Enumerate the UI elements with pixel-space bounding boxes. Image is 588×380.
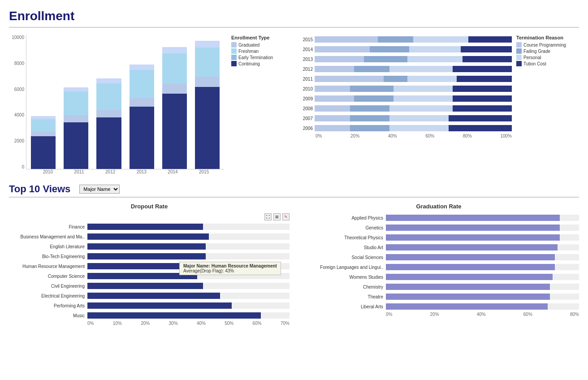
expand-btn[interactable]: ⛶ (264, 213, 272, 220)
freshman-legend-box (231, 48, 237, 54)
dropout-bar-row: Finance (9, 222, 290, 231)
termination-bar-row: 2006 (298, 124, 512, 133)
bar-2010 (31, 106, 56, 169)
graduation-bar-row: Foreign Languages and Lingui.. (298, 263, 579, 272)
bar-2011 (64, 84, 88, 169)
dropout-x-axis: 0% 10% 20% 30% 40% 50% 60% 70% (87, 321, 290, 326)
continuing-legend-box (231, 61, 237, 66)
termination-bar-row: 2014 (298, 45, 512, 54)
termination-bar-row: 2009 (298, 94, 512, 103)
termination-bar-row: 2011 (298, 74, 512, 83)
dropout-bar-row: Music (9, 311, 290, 320)
x-axis-enrollment: 2010 2011 2012 2013 2014 2015 (28, 169, 224, 174)
graduation-bar-row: Womens Studies (298, 272, 579, 281)
dropout-tooltip: Major Name: Human Resource ManagementAve… (179, 262, 281, 275)
dropout-bar-row: Human Resource ManagementMajor Name: Hum… (9, 262, 290, 271)
termination-bar-row: 2013 (298, 55, 512, 64)
course-prog-legend-box (516, 42, 522, 48)
dropout-bar-row: Electrical Engineering (9, 291, 290, 300)
enrollment-legend: Enrollment Type Graduated Freshman Early… (231, 35, 290, 174)
termination-bar-row: 2008 (298, 104, 512, 113)
graduation-bar-row: Liberal Arts (298, 302, 579, 311)
table-btn[interactable]: ⊠ (273, 213, 281, 220)
termination-x-axis: 0% 20% 40% 60% 80% 100% (316, 134, 512, 138)
termination-chart: 2015201420132012201120102009200820072006… (298, 35, 579, 174)
dropout-chart: Dropout Rate ⛶ ⊠ ✎ FinanceBusiness Manag… (9, 203, 290, 326)
top10-title: Top 10 Views (9, 183, 70, 195)
dropout-toolbar: ⛶ ⊠ ✎ (9, 213, 290, 220)
termination-legend: Termination Reason Course Programming Fa… (516, 35, 579, 138)
bar-2014 (162, 43, 187, 169)
major-name-dropdown[interactable]: Major Name Department Course (79, 185, 120, 194)
dropout-bars: FinanceBusiness Management and Ma..Engli… (9, 222, 290, 320)
y-axis: 0 2000 4000 6000 8000 10000 (9, 35, 26, 169)
edit-btn[interactable]: ✎ (282, 213, 290, 220)
dropout-bar-row: Civil Engineering (9, 281, 290, 290)
page-title: Enrollment (9, 9, 579, 28)
enrollment-chart: 0 2000 4000 6000 8000 10000 (9, 35, 290, 174)
graduation-bar-row: Social Sciences (298, 253, 579, 262)
dropout-bar-row: Business Management and Ma.. (9, 232, 290, 241)
bar-2013 (130, 61, 154, 169)
early-term-legend-box (231, 55, 237, 60)
graduation-bar-row: Chemistry (298, 282, 579, 291)
graduation-bar-row: Applied Physics (298, 213, 579, 222)
graduation-bar-row: Theatre (298, 292, 579, 301)
dropout-bar-row: English Literature (9, 242, 290, 251)
graduated-legend-box (231, 42, 237, 48)
termination-bar-row: 2007 (298, 114, 512, 123)
termination-bars: 2015201420132012201120102009200820072006 (298, 35, 512, 133)
dropout-bar-row: Performing Arts (9, 301, 290, 310)
graduation-bar-row: Studio Art (298, 243, 579, 252)
personal-legend-box (516, 55, 522, 60)
termination-bar-row: 2015 (298, 35, 512, 44)
dropout-bar-row: Bio-Tech Engineering (9, 252, 290, 261)
graduation-x-axis: 0% 20% 40% 60% 80% (386, 312, 579, 317)
failing-grade-legend-box (516, 48, 522, 54)
graduation-chart: Graduation Rate Applied PhysicsGeneticsT… (298, 203, 579, 326)
termination-bar-row: 2010 (298, 84, 512, 93)
graduation-bar-row: Genetics (298, 223, 579, 232)
bar-2015 (195, 37, 220, 169)
termination-bar-row: 2012 (298, 65, 512, 73)
tution-legend-box (516, 61, 522, 66)
graduation-bar-row: Theoretical Physics (298, 233, 579, 242)
graduation-bars: Applied PhysicsGeneticsTheoretical Physi… (298, 213, 579, 311)
bar-2012 (96, 75, 121, 169)
